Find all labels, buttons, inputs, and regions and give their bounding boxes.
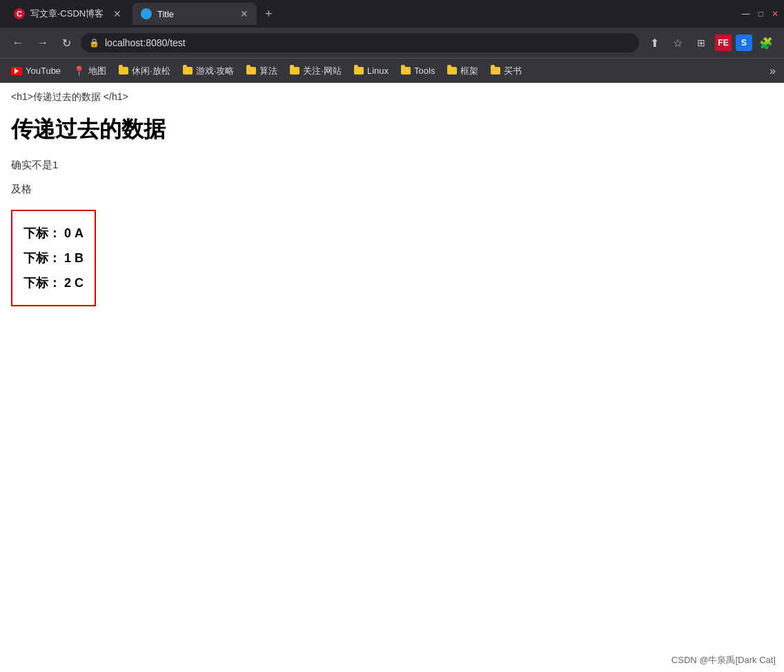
title-tab-icon: 🌐: [141, 8, 152, 19]
page-content: <h1>传递过去的数据 </h1> 传递过去的数据 确实不是1 及格 下标： 0…: [0, 83, 784, 672]
bookmarks-more-button[interactable]: »: [767, 65, 778, 77]
toolbar-actions: ⬆ ☆ ⊞ FE S 🧩: [645, 33, 776, 52]
youtube-icon: [11, 67, 22, 75]
data-row-1: 下标： 1 B: [23, 250, 84, 266]
bookmark-leisure[interactable]: 休闲·放松: [113, 62, 176, 80]
csdn-tab-icon: C: [14, 8, 25, 19]
data-row-2-label: 下标：: [23, 276, 61, 290]
lock-icon: 🔒: [89, 38, 99, 48]
fe-extension-icon[interactable]: FE: [715, 34, 732, 51]
data-row-2: 下标： 2 C: [23, 275, 84, 291]
data-row-1-value: B: [75, 251, 84, 265]
bookmark-books-label: 买书: [504, 65, 522, 77]
new-tab-button[interactable]: +: [259, 7, 278, 21]
browser-toolbar: ← → ↻ 🔒 localhost:8080/test ⬆ ☆ ⊞ FE S 🧩: [0, 28, 784, 58]
bookmark-follow[interactable]: 关注·网站: [284, 62, 347, 80]
bookmark-tools[interactable]: Tools: [395, 63, 440, 79]
bookmark-youtube-label: YouTube: [26, 66, 61, 76]
raw-tag-text: <h1>传递过去的数据 </h1>: [11, 91, 773, 103]
tab-title[interactable]: 🌐 Title ✕: [133, 3, 257, 25]
tab-csdn-close[interactable]: ✕: [113, 8, 121, 19]
window-controls: — □ ✕: [742, 9, 778, 19]
bookmark-map-label: 地图: [88, 65, 106, 77]
bookmark-algo[interactable]: 算法: [241, 62, 283, 80]
bookmark-framework[interactable]: 框架: [442, 62, 484, 80]
data-box: 下标： 0 A 下标： 1 B 下标： 2 C: [11, 210, 96, 306]
bookmark-games[interactable]: 游戏·攻略: [177, 62, 240, 80]
maximize-button[interactable]: □: [758, 9, 763, 19]
title-bar: C 写文章-CSDN博客 ✕ 🌐 Title ✕ + — □ ✕: [0, 0, 784, 28]
data-row-0-index: 0: [64, 226, 75, 240]
share-icon[interactable]: ⬆: [645, 33, 664, 52]
folder-icon: [354, 67, 364, 75]
folder-icon: [290, 67, 300, 75]
folder-icon: [401, 67, 411, 75]
data-row-2-value: C: [75, 276, 84, 290]
bookmark-leisure-label: 休闲·放松: [132, 65, 170, 77]
page-heading: 传递过去的数据: [11, 115, 773, 145]
bookmark-books[interactable]: 买书: [485, 62, 527, 80]
close-button[interactable]: ✕: [772, 9, 778, 19]
bookmark-map[interactable]: 📍 地图: [68, 62, 112, 80]
bookmark-algo-label: 算法: [259, 65, 277, 77]
folder-icon: [183, 67, 193, 75]
address-bar[interactable]: 🔒 localhost:8080/test: [81, 33, 639, 52]
tab-csdn-label: 写文章-CSDN博客: [30, 8, 104, 20]
refresh-button[interactable]: ↻: [58, 34, 75, 52]
extension-grid-icon[interactable]: ⊞: [692, 33, 711, 52]
watermark-text: CSDN @牛泉禹[Dark Cat]: [672, 655, 776, 665]
minimize-button[interactable]: —: [742, 9, 750, 19]
bookmark-youtube[interactable]: YouTube: [6, 63, 66, 79]
paragraph-2: 及格: [11, 183, 773, 196]
data-row-1-index: 1: [64, 251, 75, 265]
youtube-play-icon: [14, 68, 19, 74]
bookmarks-bar: YouTube 📍 地图 休闲·放松 游戏·攻略 算法 关注·网站 Linux …: [0, 58, 784, 83]
tab-title-close[interactable]: ✕: [240, 8, 248, 19]
bookmark-framework-label: 框架: [460, 65, 478, 77]
bookmark-games-label: 游戏·攻略: [196, 65, 235, 77]
bookmark-icon[interactable]: ☆: [668, 33, 687, 52]
folder-icon: [119, 67, 128, 75]
footer-watermark: CSDN @牛泉禹[Dark Cat]: [672, 654, 776, 666]
extensions-icon[interactable]: 🧩: [756, 33, 776, 52]
bookmark-tools-label: Tools: [414, 66, 435, 76]
address-text: localhost:8080/test: [105, 37, 631, 48]
folder-icon: [246, 67, 256, 75]
tab-title-label: Title: [157, 9, 174, 19]
bookmark-follow-label: 关注·网站: [303, 65, 342, 77]
folder-icon: [491, 67, 500, 75]
forward-button[interactable]: →: [33, 34, 52, 52]
bookmark-linux[interactable]: Linux: [349, 63, 394, 79]
paragraph-1: 确实不是1: [11, 159, 773, 172]
data-row-1-label: 下标：: [23, 251, 61, 265]
bookmark-linux-label: Linux: [367, 66, 389, 76]
back-button[interactable]: ←: [8, 34, 28, 52]
s-extension-icon[interactable]: S: [736, 34, 752, 51]
data-row-0: 下标： 0 A: [23, 225, 84, 241]
data-row-0-label: 下标：: [23, 226, 61, 240]
folder-icon: [447, 67, 457, 75]
tab-csdn[interactable]: C 写文章-CSDN博客 ✕: [6, 3, 130, 25]
data-row-0-value: A: [75, 226, 84, 240]
map-icon: 📍: [73, 66, 85, 77]
data-row-2-index: 2: [64, 276, 75, 290]
